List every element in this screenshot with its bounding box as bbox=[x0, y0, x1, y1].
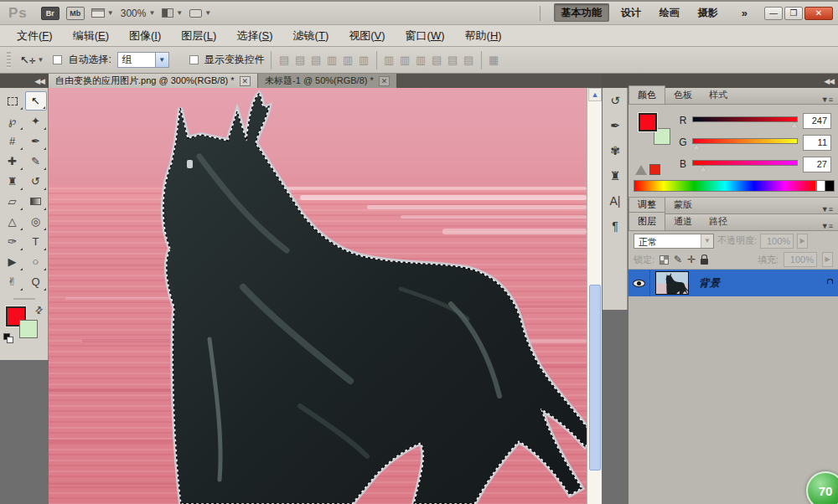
pen-tool[interactable]: ✑ bbox=[2, 232, 23, 251]
fill-value[interactable]: 100% bbox=[784, 252, 817, 267]
panel-menu-icon[interactable]: ▼≡ bbox=[821, 222, 838, 230]
opacity-slider-arrow[interactable]: ▶ bbox=[797, 234, 808, 249]
character-panel-icon[interactable]: A| bbox=[603, 188, 628, 213]
tab-图层[interactable]: 图层 bbox=[628, 212, 665, 230]
document-tab[interactable]: 未标题-1 @ 50%(RGB/8) *✕ bbox=[257, 74, 396, 88]
dist-left-icon[interactable]: ▤ bbox=[430, 54, 444, 66]
color-spectrum-ramp[interactable] bbox=[634, 180, 816, 192]
gamut-warning[interactable] bbox=[635, 164, 660, 175]
align-bottom-icon[interactable]: ▤ bbox=[309, 54, 323, 66]
lock-transparency-icon[interactable] bbox=[660, 255, 669, 265]
channel-slider-B[interactable] bbox=[692, 160, 798, 166]
align-top-icon[interactable]: ▤ bbox=[277, 54, 292, 66]
blend-mode-dropdown[interactable]: 正常 ▼ bbox=[634, 234, 714, 249]
rectangular-marquee-tool[interactable] bbox=[2, 91, 23, 111]
dist-hcenter-icon[interactable]: ▤ bbox=[446, 54, 460, 66]
menu-item[interactable]: 滤镜(T) bbox=[283, 25, 339, 47]
menu-item[interactable]: 窗口(W) bbox=[396, 25, 455, 47]
dist-right-icon[interactable]: ▤ bbox=[462, 54, 476, 66]
restore-button[interactable]: ❐ bbox=[784, 7, 803, 20]
spot-healing-brush-tool[interactable]: ✚ bbox=[2, 152, 23, 171]
tab-通道[interactable]: 通道 bbox=[665, 213, 701, 230]
scrollbar-thumb[interactable] bbox=[589, 285, 601, 471]
slider-thumb[interactable] bbox=[791, 122, 798, 127]
layer-row-background[interactable]: 背景 bbox=[628, 270, 838, 296]
styles-panel-icon[interactable]: ✾ bbox=[603, 138, 628, 163]
history-panel-icon[interactable]: ↺ bbox=[603, 88, 628, 113]
lock-all-icon[interactable] bbox=[701, 259, 708, 265]
auto-align-layers-icon[interactable]: ▦ bbox=[487, 54, 501, 66]
workspace-button-绘画[interactable]: 绘画 bbox=[653, 4, 686, 21]
zoom-level-dropdown[interactable]: 300%▼ bbox=[121, 8, 156, 19]
auto-select-checkbox[interactable] bbox=[53, 55, 62, 64]
background-color-swatch[interactable] bbox=[19, 320, 38, 338]
tab-色板[interactable]: 色板 bbox=[665, 86, 701, 104]
options-bar-grip[interactable] bbox=[7, 52, 11, 69]
tab-调整[interactable]: 调整 bbox=[628, 195, 665, 213]
menu-item[interactable]: 图像(I) bbox=[119, 25, 171, 47]
toolbox-collapse-button[interactable]: ◀◀ bbox=[0, 74, 49, 88]
blur-tool[interactable]: △ bbox=[2, 212, 23, 231]
move-tool[interactable]: ↖ bbox=[25, 91, 47, 111]
close-tab-icon[interactable]: ✕ bbox=[379, 76, 391, 86]
paragraph-panel-icon[interactable]: ¶ bbox=[603, 213, 628, 239]
swap-colors-icon[interactable]: ⇄ bbox=[33, 304, 46, 317]
type-tool[interactable]: T bbox=[25, 232, 47, 251]
channel-value-input[interactable]: 247 bbox=[803, 113, 831, 129]
visibility-cell[interactable] bbox=[628, 270, 650, 296]
eraser-tool[interactable]: ▱ bbox=[2, 192, 23, 211]
channel-value-input[interactable]: 27 bbox=[803, 157, 831, 172]
tab-样式[interactable]: 样式 bbox=[701, 86, 736, 104]
opacity-value[interactable]: 100% bbox=[760, 234, 794, 249]
ellipse-tool[interactable]: ○ bbox=[25, 252, 47, 271]
eyedropper-tool[interactable]: ✒ bbox=[25, 131, 47, 151]
close-tab-icon[interactable]: ✕ bbox=[240, 76, 251, 86]
path-selection-tool[interactable]: ▶ bbox=[2, 252, 23, 271]
channel-slider-G[interactable] bbox=[692, 138, 798, 144]
menu-item[interactable]: 编辑(E) bbox=[63, 25, 119, 47]
align-right-icon[interactable]: ▥ bbox=[357, 54, 371, 66]
scroll-up-arrow[interactable]: ▲ bbox=[588, 88, 602, 101]
crop-tool[interactable]: # bbox=[2, 131, 23, 151]
workspace-overflow-button[interactable]: » bbox=[742, 7, 747, 19]
slider-thumb[interactable] bbox=[700, 166, 706, 171]
panel-menu-icon[interactable]: ▼≡ bbox=[821, 95, 838, 104]
brush-tool[interactable]: ✎ bbox=[25, 152, 47, 171]
history-brush-tool[interactable]: ↺ bbox=[25, 172, 47, 191]
align-hcenter-icon[interactable]: ▥ bbox=[341, 54, 355, 66]
clone-stamp-tool[interactable]: ♜ bbox=[2, 172, 23, 191]
menu-item[interactable]: 文件(F) bbox=[7, 25, 63, 47]
dist-vcenter-icon[interactable]: ▥ bbox=[398, 54, 412, 66]
tab-路径[interactable]: 路径 bbox=[701, 213, 736, 230]
mini-bridge-button[interactable]: Mb bbox=[66, 7, 85, 20]
lasso-tool[interactable]: ℘ bbox=[2, 111, 23, 131]
auto-select-dropdown[interactable]: 组 ▼ bbox=[117, 52, 169, 68]
clone-source-panel-icon[interactable]: ♜ bbox=[603, 163, 628, 188]
channel-value-input[interactable]: 11 bbox=[803, 135, 831, 151]
foreground-color-swatch-small[interactable] bbox=[639, 113, 657, 131]
align-left-icon[interactable]: ▥ bbox=[325, 54, 339, 66]
lock-position-icon[interactable]: ✛ bbox=[687, 254, 696, 265]
fill-slider-arrow[interactable]: ▶ bbox=[822, 252, 833, 267]
menu-item[interactable]: 选择(S) bbox=[226, 25, 282, 47]
arrange-documents-button[interactable]: ▼ bbox=[162, 8, 183, 18]
menu-item[interactable]: 图层(L) bbox=[171, 25, 226, 47]
channel-slider-R[interactable] bbox=[692, 116, 798, 122]
screen-mode-button[interactable]: ▼ bbox=[189, 9, 211, 18]
show-transform-checkbox[interactable] bbox=[189, 55, 199, 64]
slider-thumb[interactable] bbox=[693, 144, 700, 149]
close-button[interactable]: ✕ bbox=[804, 7, 833, 20]
workspace-button-设计[interactable]: 设计 bbox=[614, 4, 648, 21]
zoom-tool[interactable]: Q bbox=[25, 272, 47, 291]
hand-tool[interactable]: ✌ bbox=[2, 272, 23, 291]
dodge-tool[interactable]: ◎ bbox=[25, 212, 47, 231]
dist-top-icon[interactable]: ▥ bbox=[382, 54, 396, 66]
tab-蒙版[interactable]: 蒙版 bbox=[665, 196, 701, 213]
minimize-button[interactable]: — bbox=[764, 7, 783, 20]
dist-bottom-icon[interactable]: ▥ bbox=[414, 54, 428, 66]
gradient-tool[interactable] bbox=[25, 192, 47, 211]
move-tool-preset[interactable]: ↖✛ ▼ bbox=[17, 52, 47, 68]
quick-selection-tool[interactable]: ✦ bbox=[25, 111, 47, 131]
menu-item[interactable]: 帮助(H) bbox=[455, 25, 512, 47]
black-swatch[interactable] bbox=[825, 180, 835, 192]
